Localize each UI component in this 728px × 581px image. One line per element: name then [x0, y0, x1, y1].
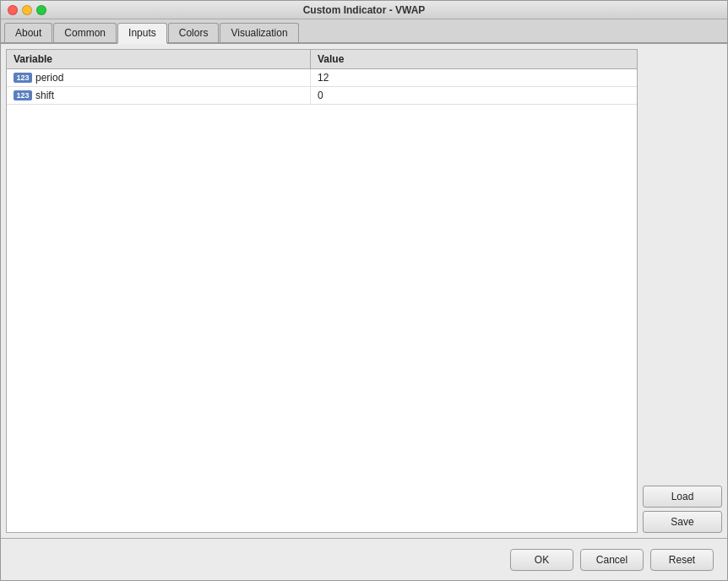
window-title: Custom Indicator - VWAP: [303, 4, 426, 16]
tab-common[interactable]: Common: [53, 23, 117, 42]
variable-cell-period: 123 period: [7, 69, 311, 86]
main-window: Custom Indicator - VWAP About Common Inp…: [0, 0, 728, 581]
side-panel: Load Save: [638, 49, 722, 533]
minimize-button[interactable]: [22, 5, 32, 15]
inputs-table: Variable Value 123 period 12 123 shift 0: [6, 49, 638, 533]
maximize-button[interactable]: [36, 5, 46, 15]
load-button[interactable]: Load: [643, 486, 722, 508]
value-cell-shift[interactable]: 0: [311, 87, 637, 104]
tab-about[interactable]: About: [4, 23, 52, 42]
value-cell-period[interactable]: 12: [311, 69, 637, 86]
table-row[interactable]: 123 period 12: [7, 69, 637, 87]
variable-name-period: period: [35, 72, 63, 84]
footer: OK Cancel Reset: [1, 538, 727, 580]
type-badge-period: 123: [14, 73, 32, 83]
tab-colors[interactable]: Colors: [168, 23, 220, 42]
table-header: Variable Value: [7, 50, 637, 69]
variable-cell-shift: 123 shift: [7, 87, 311, 104]
tab-inputs[interactable]: Inputs: [117, 23, 167, 44]
ok-button[interactable]: OK: [510, 549, 573, 571]
type-badge-shift: 123: [14, 90, 32, 100]
table-row[interactable]: 123 shift 0: [7, 87, 637, 105]
close-button[interactable]: [8, 5, 18, 15]
side-buttons: Load Save: [643, 486, 722, 533]
window-controls: [8, 5, 46, 15]
title-bar: Custom Indicator - VWAP: [1, 1, 727, 19]
variable-column-header: Variable: [7, 50, 311, 68]
tab-visualization[interactable]: Visualization: [220, 23, 298, 42]
value-column-header: Value: [311, 50, 637, 68]
save-button[interactable]: Save: [643, 511, 722, 533]
reset-button[interactable]: Reset: [650, 549, 714, 571]
cancel-button[interactable]: Cancel: [580, 549, 644, 571]
tab-bar: About Common Inputs Colors Visualization: [1, 19, 727, 44]
variable-name-shift: shift: [35, 90, 54, 101]
content-area: Variable Value 123 period 12 123 shift 0: [1, 44, 727, 538]
